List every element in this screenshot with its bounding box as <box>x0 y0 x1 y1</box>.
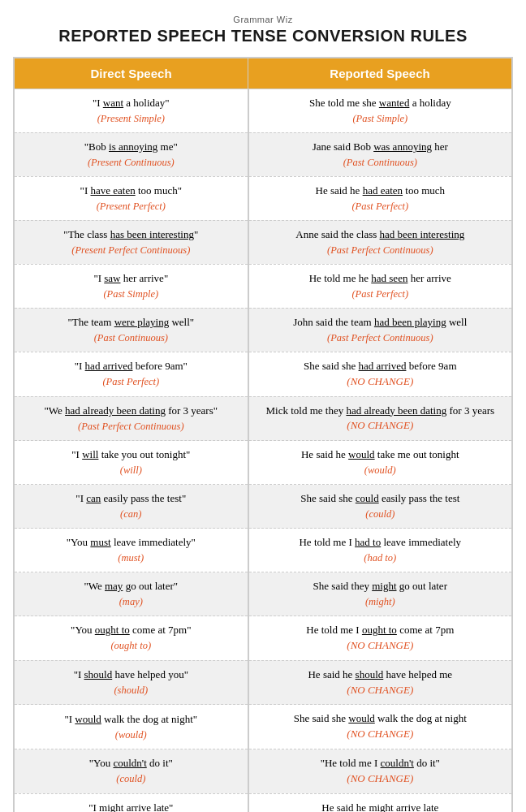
reported-speech-cell: She said they might go out later(might) <box>248 572 512 616</box>
table-row: "The class has been interesting"(Present… <box>14 220 512 264</box>
direct-speech-cell: "I will take you out tonight"(will) <box>14 441 248 485</box>
reported-speech-cell: He told me I had to leave immediately(ha… <box>248 529 512 572</box>
direct-speech-cell: "I have eaten too much"(Present Perfect) <box>14 176 248 220</box>
table-row: "You ought to come at 7pm"(ought to)He t… <box>14 616 512 661</box>
reported-speech-cell: He said he would take me out tonight(wou… <box>248 441 512 485</box>
tense-table: Direct Speech Reported Speech "I want a … <box>13 57 513 812</box>
table-row: "I should have helped you"(should)He sai… <box>14 660 512 705</box>
table-row: "I would walk the dog at night"(would)Sh… <box>14 705 512 749</box>
reported-speech-cell: "He told me I couldn't do it"(NO CHANGE) <box>248 749 512 794</box>
direct-speech-cell: "Bob is annoying me"(Present Continuous) <box>14 132 248 176</box>
direct-speech-cell: "You ought to come at 7pm"(ought to) <box>14 616 248 661</box>
page-title: REPORTED SPEECH TENSE CONVERSION RULES <box>13 26 513 45</box>
direct-speech-cell: "You must leave immediately"(must) <box>14 529 248 572</box>
direct-speech-cell: "I can easily pass the test"(can) <box>14 485 248 529</box>
direct-speech-cell: "I should have helped you"(should) <box>14 660 248 705</box>
reported-speech-cell: Anne said the class had been interesting… <box>248 220 512 264</box>
table-row: "I want a holiday"(Present Simple)She to… <box>14 89 512 133</box>
table-row: "I might arrive late"(might)He said he m… <box>14 793 512 812</box>
table-row: "I saw her arrive"(Past Simple)He told m… <box>14 264 512 308</box>
table-row: "The team were playing well"(Past Contin… <box>14 308 512 352</box>
reported-speech-cell: He said he should have helped me(NO CHAN… <box>248 660 512 705</box>
reported-speech-cell: Jane said Bob was annoying her(Past Cont… <box>248 132 512 176</box>
table-row: "I have eaten too much"(Present Perfect)… <box>14 176 512 220</box>
reported-speech-cell: He said he might arrive late(NO CHANGE) <box>248 793 512 812</box>
table-row: "You must leave immediately"(must)He tol… <box>14 529 512 572</box>
direct-speech-cell: "I had arrived before 9am"(Past Perfect) <box>14 352 248 396</box>
reported-speech-cell: She said she had arrived before 9am(NO C… <box>248 352 512 396</box>
reported-speech-cell: He said he had eaten too much(Past Perfe… <box>248 176 512 220</box>
table-row: "I will take you out tonight"(will)He sa… <box>14 441 512 485</box>
reported-speech-cell: He told me I ought to come at 7pm(NO CHA… <box>248 616 512 661</box>
page-wrapper: Grammar Wiz REPORTED SPEECH TENSE CONVER… <box>0 0 526 812</box>
direct-speech-cell: "The class has been interesting"(Present… <box>14 220 248 264</box>
table-row: "We had already been dating for 3 years"… <box>14 396 512 441</box>
table-row: "Bob is annoying me"(Present Continuous)… <box>14 132 512 176</box>
direct-speech-cell: "You couldn't do it"(could) <box>14 749 248 794</box>
header-subtitle: Grammar Wiz <box>13 15 513 24</box>
reported-speech-cell: John said the team had been playing well… <box>248 308 512 352</box>
reported-speech-cell: Mick told me they had already been datin… <box>248 396 512 441</box>
direct-speech-cell: "The team were playing well"(Past Contin… <box>14 308 248 352</box>
direct-speech-cell: "We had already been dating for 3 years"… <box>14 396 248 441</box>
table-row: "You couldn't do it"(could)"He told me I… <box>14 749 512 794</box>
reported-speech-cell: She said she could easily pass the test(… <box>248 485 512 529</box>
col-header-reported: Reported Speech <box>248 58 512 89</box>
reported-speech-cell: He told me he had seen her arrive(Past P… <box>248 264 512 308</box>
table-row: "I can easily pass the test"(can)She sai… <box>14 485 512 529</box>
direct-speech-cell: "I might arrive late"(might) <box>14 793 248 812</box>
direct-speech-cell: "I would walk the dog at night"(would) <box>14 705 248 749</box>
direct-speech-cell: "I saw her arrive"(Past Simple) <box>14 264 248 308</box>
table-row: "I had arrived before 9am"(Past Perfect)… <box>14 352 512 396</box>
table-row: "We may go out later"(may)She said they … <box>14 572 512 616</box>
direct-speech-cell: "We may go out later"(may) <box>14 572 248 616</box>
col-header-direct: Direct Speech <box>14 58 248 89</box>
reported-speech-cell: She told me she wanted a holiday(Past Si… <box>248 89 512 133</box>
reported-speech-cell: She said she would walk the dog at night… <box>248 705 512 749</box>
direct-speech-cell: "I want a holiday"(Present Simple) <box>14 89 248 133</box>
page-header: Grammar Wiz REPORTED SPEECH TENSE CONVER… <box>13 15 513 45</box>
